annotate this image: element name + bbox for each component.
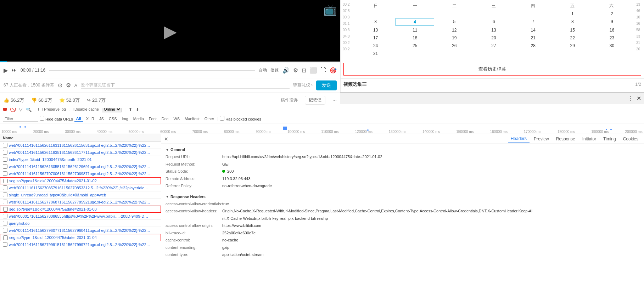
req-checkbox[interactable]	[3, 214, 7, 218]
cal-day-22[interactable]: 22	[553, 34, 592, 41]
filter-input[interactable]	[3, 116, 38, 122]
detail-tab-preview[interactable]: Preview	[531, 135, 552, 143]
filter-other[interactable]: Other	[203, 116, 216, 121]
list-item[interactable]: web?001114161156279607716115627960411ugc…	[0, 227, 161, 234]
settings-button[interactable]: ⚙	[293, 67, 298, 74]
req-checkbox[interactable]	[3, 235, 8, 240]
filter-font[interactable]: Font	[147, 116, 158, 121]
filter-ws[interactable]: WS	[172, 116, 181, 121]
theater-button[interactable]: ⬜	[310, 67, 317, 74]
history-danmu-button[interactable]: 查看历史弹幕	[343, 63, 641, 76]
filter-css[interactable]: CSS	[107, 116, 119, 121]
cal-day-18[interactable]: 18	[396, 34, 434, 41]
detail-tab-response[interactable]: Response	[553, 135, 578, 143]
cal-day-24[interactable]: 24	[356, 42, 395, 49]
devtools-more-icon[interactable]: ⋮	[627, 95, 633, 102]
hide-data-urls-checkbox[interactable]	[40, 116, 44, 121]
list-item-highlighted[interactable]: seg.so?type=1&oid=120004475&date=2021-01…	[0, 177, 161, 184]
cal-day-8[interactable]: 8	[553, 18, 592, 26]
filter-xhr[interactable]: XHR	[84, 116, 96, 121]
list-item[interactable]: web?001114161156261183516115626117711ugc…	[0, 149, 161, 156]
general-section-title[interactable]: General	[166, 147, 640, 152]
fullscreen-button[interactable]: ⛶	[320, 67, 326, 73]
cal-day-15[interactable]: 15	[553, 27, 592, 34]
pip-button[interactable]: ⊡	[302, 67, 306, 74]
cal-day-17[interactable]: 17	[356, 34, 395, 41]
favorite-stat[interactable]: ⭐ 52.0万	[59, 97, 80, 104]
note-button[interactable]: 记笔记	[305, 96, 325, 105]
speed-button[interactable]: 倍速	[270, 67, 279, 73]
cal-day-31[interactable]: 31	[356, 50, 395, 57]
cal-day-21[interactable]: 21	[514, 34, 553, 41]
cal-day-13[interactable]: 13	[474, 27, 513, 34]
report-link[interactable]: 稿件投诉	[281, 97, 298, 103]
cal-day-7[interactable]: 7	[514, 18, 553, 26]
auto-button[interactable]: 自动	[258, 67, 267, 73]
cal-day-6[interactable]: 6	[474, 18, 513, 26]
cal-day-2[interactable]: 2	[593, 10, 631, 17]
list-icon[interactable]: ☰	[362, 81, 367, 88]
req-checkbox[interactable]	[3, 179, 8, 183]
list-item[interactable]: web?001114161156261163116115626115631ugc…	[0, 142, 161, 149]
req-checkbox[interactable]	[3, 185, 7, 190]
has-blocked-checkbox[interactable]	[220, 116, 224, 121]
list-item[interactable]: web?001111611562708579161156270853312.5.…	[0, 184, 161, 191]
next-button[interactable]: ⏭	[11, 67, 17, 73]
list-item[interactable]: single_unread?unread_type=0&build=0&mobi…	[0, 191, 161, 199]
req-checkbox[interactable]	[3, 193, 7, 197]
play-button[interactable]: ▶	[4, 67, 8, 74]
cal-day-27[interactable]: 27	[474, 42, 513, 49]
list-item[interactable]: web?001114161156261305516115626129691ugc…	[0, 163, 161, 170]
list-item-highlighted[interactable]: seg.so?type=1&oid=120004475&date=2021-01…	[0, 234, 161, 241]
filter-media[interactable]: Media	[131, 116, 146, 121]
cal-day-28[interactable]: 28	[514, 42, 553, 49]
filter-manifest[interactable]: Manifest	[183, 116, 201, 121]
response-headers-title[interactable]: Response Headers	[166, 195, 640, 199]
detail-tab-headers[interactable]: Headers	[508, 135, 530, 143]
cal-day-23[interactable]: 23	[593, 34, 631, 41]
cal-day-30[interactable]: 30	[593, 42, 631, 49]
danmu-toggle[interactable]: ⊙	[58, 82, 62, 89]
cal-day-25[interactable]: 25	[396, 42, 434, 49]
req-checkbox[interactable]	[3, 200, 7, 204]
share-stat[interactable]: ↪ 20.7万	[87, 97, 106, 104]
req-checkbox[interactable]	[3, 164, 7, 169]
filter-doc[interactable]: Doc	[160, 116, 170, 121]
cal-day-5[interactable]: 5	[435, 18, 474, 26]
cal-day-4-today[interactable]: 4	[396, 18, 434, 26]
cal-day-26[interactable]: 26	[435, 42, 474, 49]
req-checkbox[interactable]	[3, 228, 7, 233]
danmu-rules[interactable]: 弹幕礼仪 ›	[293, 82, 313, 88]
detail-tab-cookies[interactable]: Cookies	[620, 135, 641, 143]
volume-button[interactable]: 🔊	[282, 67, 290, 74]
detail-tab-timing[interactable]: Timing	[600, 135, 619, 143]
devtools-close-icon[interactable]: ✕	[637, 95, 641, 102]
req-checkbox[interactable]	[3, 221, 7, 225]
like-stat[interactable]: 👍 56.2万	[4, 97, 24, 104]
cal-day-14[interactable]: 14	[514, 27, 553, 34]
filter-all[interactable]: All	[74, 116, 83, 122]
req-checkbox[interactable]	[3, 207, 8, 212]
req-checkbox[interactable]	[3, 143, 7, 147]
cal-day-19[interactable]: 19	[435, 34, 474, 41]
detail-tab-initiator[interactable]: Initiator	[579, 135, 599, 143]
filter-img[interactable]: Img	[120, 116, 130, 121]
progress-bar[interactable]	[49, 70, 255, 71]
dislike-stat[interactable]: 👎 60.2万	[31, 97, 52, 104]
req-checkbox[interactable]	[3, 150, 7, 155]
list-item[interactable]: index?type=1&oid=120004475&month=2021-01	[0, 156, 161, 163]
list-item[interactable]: query.list.do	[0, 220, 161, 227]
list-item[interactable]: web?001114161156270700616115627069871ugc…	[0, 170, 161, 177]
list-item[interactable]: web?001114161156277868716115627785921ugc…	[0, 199, 161, 206]
detail-close-button[interactable]: ✕	[164, 136, 168, 142]
list-item-highlighted[interactable]: seg.so?type=1&oid=120004475&date=2021-01…	[0, 206, 161, 213]
danmu-button[interactable]: 🎯	[330, 67, 337, 74]
danmu-settings[interactable]: ⚙	[66, 82, 71, 89]
req-checkbox[interactable]	[3, 171, 7, 176]
list-item[interactable]: web?000017161156278086535https%3A%2F%2Fw…	[0, 213, 161, 220]
cal-day-12[interactable]: 12	[435, 27, 474, 34]
cal-day-29[interactable]: 29	[553, 42, 592, 49]
cal-day-11[interactable]: 11	[396, 27, 434, 34]
send-danmu-button[interactable]: 发送	[316, 80, 337, 90]
filter-js[interactable]: JS	[97, 116, 106, 121]
